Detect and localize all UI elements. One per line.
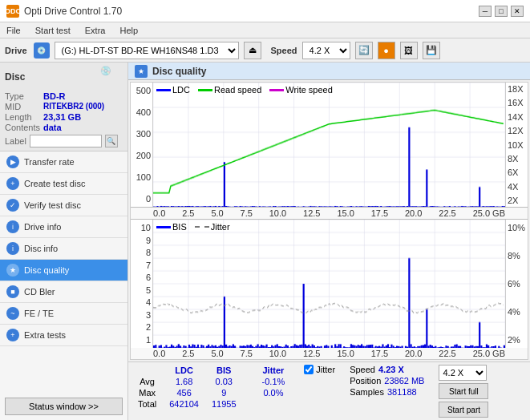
stats-area: LDC BIS Jitter Avg 1.68 0.03 -0.1% Max 4…: [128, 361, 530, 420]
toolbar-btn-4[interactable]: 💾: [423, 42, 440, 59]
extra-tests-icon: +: [6, 329, 19, 341]
toolbar-btn-3[interactable]: 🖼: [400, 42, 418, 59]
sidebar-item-fe-te[interactable]: ~ FE / TE: [0, 303, 127, 325]
disc-section-title: Disc: [5, 71, 25, 83]
speed-selector[interactable]: 4.2 X: [439, 365, 487, 381]
chart-bottom: 10 9 8 7 6 5 4 3 2 1: [131, 220, 528, 348]
titlebar: ODC Opti Drive Control 1.70 ─ □ ✕: [0, 0, 530, 22]
chart-top-canvas: LDC Read speed Write speed: [153, 83, 505, 207]
disc-icon: 💿: [100, 66, 123, 88]
y-axis-right-bottom: 10% 8% 6% 4% 2%: [505, 220, 528, 348]
label-key: Label: [5, 136, 26, 146]
top-chart-canvas: [153, 83, 505, 207]
nav-list: ▶ Transfer rate + Create test disc ✓ Ver…: [0, 151, 127, 346]
stats-row-max: Max 456 9 0.0%: [131, 387, 291, 398]
contents-val: data: [43, 123, 123, 132]
menu-extra[interactable]: Extra: [82, 25, 109, 36]
quality-icon: ★: [135, 65, 148, 78]
sidebar-item-disc-quality[interactable]: ★ Disc quality: [0, 260, 127, 281]
jitter-checkbox[interactable]: [304, 365, 314, 374]
y-axis-right-top: 18X 16X 14X 12X 10X 8X 6X 4X 2X: [505, 83, 528, 207]
sidebar-item-transfer-rate[interactable]: ▶ Transfer rate: [0, 151, 127, 173]
sidebar-item-drive-info[interactable]: i Drive info: [0, 216, 127, 238]
x-axis-bottom: 0.0 2.5 5.0 7.5 10.0 12.5 15.0 17.5 20.0…: [131, 348, 528, 359]
cd-bler-icon: ■: [6, 285, 19, 298]
type-val: BD-R: [43, 91, 123, 101]
minimize-button[interactable]: ─: [479, 6, 492, 17]
disc-quality-icon: ★: [6, 264, 19, 277]
speed-select[interactable]: 4.2 X: [302, 42, 350, 59]
toolbar: Drive 💿 (G:) HL-DT-ST BD-RE WH16NS48 1.D…: [0, 38, 530, 63]
chart-top: 500 400 300 200 100 0 LDC: [131, 83, 528, 208]
jitter-label: Jitter: [316, 365, 335, 374]
speed-value: 4.23 X: [378, 365, 404, 374]
type-key: Type: [5, 91, 40, 101]
y-axis-left-bottom: 10 9 8 7 6 5 4 3 2 1: [131, 220, 153, 348]
label-icon-btn[interactable]: 🔍: [105, 135, 118, 147]
status-window-button[interactable]: Status window >>: [5, 398, 123, 415]
fe-te-icon: ~: [6, 307, 19, 320]
eject-button[interactable]: ⏏: [244, 42, 261, 59]
speed-label-static: Speed: [350, 365, 375, 374]
mid-val: RITEKBR2 (000): [43, 102, 123, 111]
speed-buttons-area: 4.2 X Start full Start part: [439, 365, 488, 418]
x-axis-top: 0.0 2.5 5.0 7.5 10.0 12.5 15.0 17.5 20.0…: [131, 208, 528, 220]
sidebar-item-create-test-disc[interactable]: + Create test disc: [0, 173, 127, 195]
stats-row-total: Total 642104 11955: [131, 398, 291, 410]
menu-file[interactable]: File: [3, 25, 24, 36]
length-key: Length: [5, 112, 40, 122]
bottom-chart-canvas: [153, 220, 505, 348]
label-input[interactable]: [30, 135, 102, 147]
charts-container: 500 400 300 200 100 0 LDC: [130, 82, 528, 360]
jitter-section: Jitter: [304, 365, 335, 374]
verify-disc-icon: ✓: [6, 199, 19, 212]
toolbar-btn-2[interactable]: ●: [378, 42, 395, 59]
sidebar: Disc 💿 Type BD-R MID RITEKBR2 (000) Leng…: [0, 63, 128, 420]
create-disc-icon: +: [6, 177, 19, 190]
drive-icon: 💿: [34, 42, 50, 59]
mid-key: MID: [5, 102, 40, 111]
chart-bottom-canvas: BIS Jitter: [153, 220, 505, 348]
samples-label: Samples: [350, 387, 384, 397]
quality-header: ★ Disc quality: [128, 63, 530, 80]
disc-section: Disc 💿 Type BD-R MID RITEKBR2 (000) Leng…: [0, 63, 127, 151]
drive-select[interactable]: (G:) HL-DT-ST BD-RE WH16NS48 1.D3: [55, 42, 239, 59]
sidebar-item-extra-tests[interactable]: + Extra tests: [0, 325, 127, 346]
maximize-button[interactable]: □: [495, 6, 508, 17]
sidebar-item-cd-bler[interactable]: ■ CD Bler: [0, 281, 127, 303]
y-axis-left-top: 500 400 300 200 100 0: [131, 83, 153, 207]
speed-label: Speed: [271, 46, 297, 55]
close-button[interactable]: ✕: [511, 6, 524, 17]
app-title: Opti Drive Control 1.70: [24, 6, 122, 17]
transfer-rate-icon: ▶: [6, 155, 19, 168]
menu-help[interactable]: Help: [116, 25, 141, 36]
app-icon: ODC: [6, 5, 19, 18]
stats-row-avg: Avg 1.68 0.03 -0.1%: [131, 376, 291, 387]
disc-info-icon: i: [6, 242, 19, 255]
drive-info-icon: i: [6, 220, 19, 233]
stats-table: LDC BIS Jitter Avg 1.68 0.03 -0.1% Max 4…: [131, 365, 291, 410]
sidebar-item-verify-test-disc[interactable]: ✓ Verify test disc: [0, 195, 127, 216]
position-value: 23862 MB: [384, 376, 424, 386]
position-label: Position: [350, 376, 381, 386]
start-full-button[interactable]: Start full: [439, 383, 488, 399]
samples-value: 381188: [387, 387, 417, 397]
toolbar-btn-1[interactable]: 🔄: [355, 42, 373, 59]
chart-bottom-legend: BIS Jitter: [156, 222, 230, 232]
sidebar-item-disc-info[interactable]: i Disc info: [0, 238, 127, 260]
content-area: ★ Disc quality 500 400 300 200 100 0: [128, 63, 530, 420]
length-val: 23,31 GB: [43, 112, 123, 122]
speed-section: Speed 4.23 X Position 23862 MB Samples 3…: [350, 365, 424, 397]
quality-title: Disc quality: [152, 66, 206, 77]
chart-top-legend: LDC Read speed Write speed: [156, 85, 333, 95]
contents-key: Contents: [5, 123, 40, 132]
drive-label: Drive: [5, 46, 27, 55]
menu-start-test[interactable]: Start test: [32, 25, 74, 36]
menubar: File Start test Extra Help: [0, 22, 530, 38]
start-part-button[interactable]: Start part: [439, 402, 488, 418]
